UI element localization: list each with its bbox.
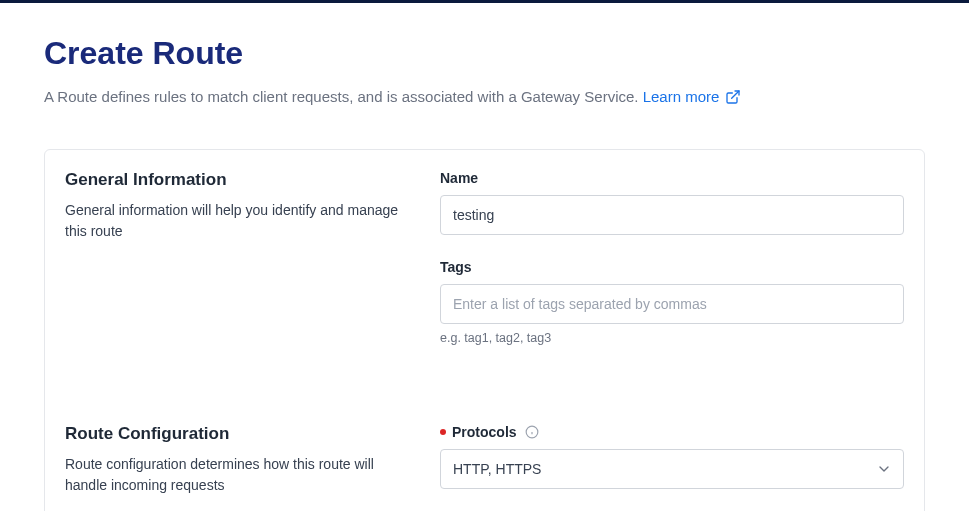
general-section: General Information General information … (65, 170, 904, 369)
config-section-desc: Route configuration determines how this … (65, 454, 410, 496)
page-title: Create Route (44, 35, 925, 72)
general-section-desc: General information will help you identi… (65, 200, 410, 242)
tags-field-group: Tags e.g. tag1, tag2, tag3 (440, 259, 904, 345)
external-link-icon (725, 89, 741, 105)
learn-more-label: Learn more (643, 86, 720, 109)
page-subtitle: A Route defines rules to match client re… (44, 88, 643, 105)
required-indicator-icon (440, 429, 446, 435)
config-section-title: Route Configuration (65, 424, 410, 444)
page-subtitle-row: A Route defines rules to match client re… (44, 86, 925, 109)
general-section-info: General Information General information … (65, 170, 410, 369)
svg-line-0 (732, 91, 739, 98)
tags-helper: e.g. tag1, tag2, tag3 (440, 331, 904, 345)
name-field-group: Name (440, 170, 904, 235)
info-icon[interactable] (525, 425, 539, 439)
config-section-fields: Protocols HTTP, HTTPS (440, 424, 904, 512)
form-card: General Information General information … (44, 149, 925, 512)
tags-label: Tags (440, 259, 904, 275)
name-input[interactable] (440, 195, 904, 235)
config-section-info: Route Configuration Route configuration … (65, 424, 410, 512)
page-container: Create Route A Route defines rules to ma… (0, 3, 969, 511)
learn-more-link[interactable]: Learn more (643, 86, 742, 109)
protocols-label: Protocols (452, 424, 517, 440)
tags-input[interactable] (440, 284, 904, 324)
protocols-label-row: Protocols (440, 424, 904, 440)
general-section-fields: Name Tags e.g. tag1, tag2, tag3 (440, 170, 904, 369)
protocols-select[interactable]: HTTP, HTTPS (440, 449, 904, 489)
protocols-field-group: Protocols HTTP, HTTPS (440, 424, 904, 489)
config-section: Route Configuration Route configuration … (65, 424, 904, 512)
name-label: Name (440, 170, 904, 186)
general-section-title: General Information (65, 170, 410, 190)
protocols-select-value: HTTP, HTTPS (440, 449, 904, 489)
section-gap (65, 369, 904, 424)
